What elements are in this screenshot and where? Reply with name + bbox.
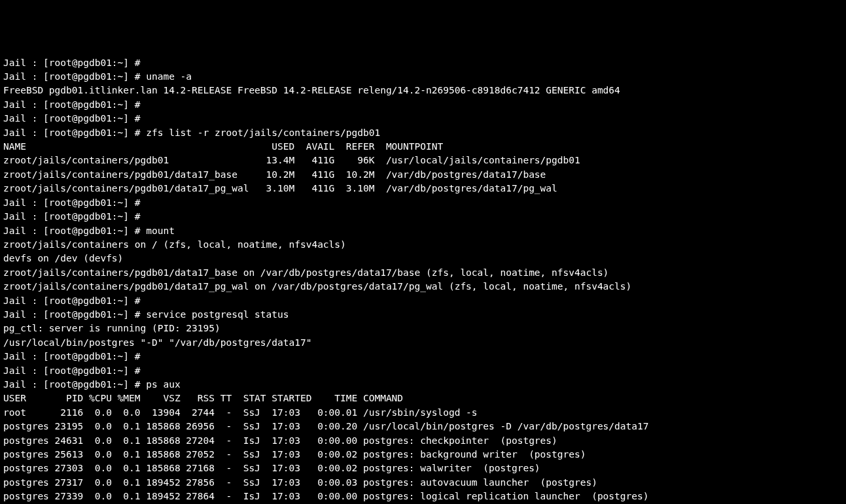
terminal-line: pg_ctl: server is running (PID: 23195) bbox=[3, 322, 843, 335]
terminal-line: Jail : [root@pgdb01:~] # mount bbox=[3, 224, 843, 238]
terminal-line: Jail : [root@pgdb01:~] # bbox=[3, 98, 843, 112]
terminal-line: Jail : [root@pgdb01:~] # ps aux bbox=[3, 378, 843, 392]
terminal-line: /usr/local/bin/postgres "-D" "/var/db/po… bbox=[3, 336, 843, 350]
terminal-line: postgres 23195 0.0 0.1 185868 26956 - Ss… bbox=[3, 420, 843, 433]
terminal-line: Jail : [root@pgdb01:~] # uname -a bbox=[3, 70, 843, 84]
terminal-line: postgres 27339 0.0 0.1 189452 27864 - Is… bbox=[3, 490, 843, 503]
terminal-line: Jail : [root@pgdb01:~] # bbox=[3, 210, 843, 224]
terminal-line: Jail : [root@pgdb01:~] # service postgre… bbox=[3, 308, 843, 322]
terminal-line: zroot/jails/containers on / (zfs, local,… bbox=[3, 238, 843, 252]
terminal-line: zroot/jails/containers/pgdb01/data17_bas… bbox=[3, 168, 843, 182]
terminal-line: Jail : [root@pgdb01:~] # bbox=[3, 56, 843, 70]
terminal-line: Jail : [root@pgdb01:~] # bbox=[3, 112, 843, 126]
terminal-line: postgres 27317 0.0 0.1 189452 27856 - Ss… bbox=[3, 476, 843, 490]
terminal-line: Jail : [root@pgdb01:~] # bbox=[3, 196, 843, 210]
terminal-line: Jail : [root@pgdb01:~] # bbox=[3, 294, 843, 308]
terminal-line: Jail : [root@pgdb01:~] # bbox=[3, 350, 843, 363]
terminal-line: root 2116 0.0 0.0 13904 2744 - SsJ 17:03… bbox=[3, 406, 843, 420]
terminal-line: zroot/jails/containers/pgdb01/data17_pg_… bbox=[3, 280, 843, 294]
terminal-line: NAME USED AVAIL REFER MOUNTPOINT bbox=[3, 140, 843, 154]
terminal-line: zroot/jails/containers/pgdb01 13.4M 411G… bbox=[3, 154, 843, 167]
terminal-line: FreeBSD pgdb01.itlinker.lan 14.2-RELEASE… bbox=[3, 84, 843, 97]
terminal-line: zroot/jails/containers/pgdb01/data17_bas… bbox=[3, 266, 843, 280]
terminal-output[interactable]: Jail : [root@pgdb01:~] #Jail : [root@pgd… bbox=[3, 56, 843, 504]
terminal-line: Jail : [root@pgdb01:~] # bbox=[3, 364, 843, 378]
terminal-line: postgres 24631 0.0 0.1 185868 27204 - Is… bbox=[3, 434, 843, 448]
terminal-line: USER PID %CPU %MEM VSZ RSS TT STAT START… bbox=[3, 392, 843, 405]
terminal-line: postgres 27303 0.0 0.1 185868 27168 - Ss… bbox=[3, 462, 843, 475]
terminal-line: zroot/jails/containers/pgdb01/data17_pg_… bbox=[3, 182, 843, 195]
terminal-line: Jail : [root@pgdb01:~] # zfs list -r zro… bbox=[3, 126, 843, 140]
terminal-line: devfs on /dev (devfs) bbox=[3, 252, 843, 265]
terminal-line: postgres 25613 0.0 0.1 185868 27052 - Ss… bbox=[3, 448, 843, 462]
